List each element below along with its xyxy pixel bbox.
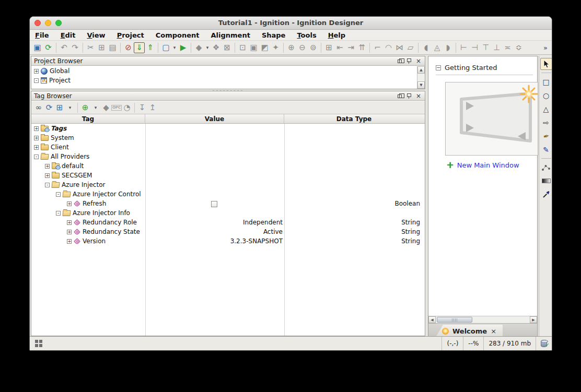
- select-bounds-icon[interactable]: ⊡: [237, 42, 248, 53]
- project-scrollbar[interactable]: ▲ ▼: [417, 66, 425, 89]
- import-tags-icon[interactable]: ↧: [137, 102, 147, 113]
- tag-row-refresh[interactable]: + Refresh Boolean: [31, 199, 425, 208]
- ellipse-tool[interactable]: ○: [540, 89, 552, 101]
- tab-order-up-icon[interactable]: ⇈: [356, 42, 367, 53]
- gradient-tool[interactable]: [540, 175, 552, 187]
- rectangle-tool[interactable]: □: [540, 76, 552, 88]
- save-icon[interactable]: ▣: [32, 42, 43, 53]
- column-header-value[interactable]: Value: [145, 114, 284, 123]
- browse-tags-icon[interactable]: ∞: [33, 102, 44, 113]
- edit-tag-icon[interactable]: ◆: [101, 102, 111, 113]
- cut-icon[interactable]: ✂: [85, 42, 96, 53]
- opc-browse-icon[interactable]: OPC: [111, 102, 122, 113]
- open-window-icon[interactable]: ▢: [160, 42, 171, 53]
- menu-project[interactable]: Project: [117, 31, 144, 39]
- copy-icon[interactable]: ⊞: [96, 42, 107, 53]
- tab-order-prev-icon[interactable]: ⇤: [334, 42, 345, 53]
- arrow-tool[interactable]: ⇨: [540, 116, 552, 128]
- tag-history-icon[interactable]: ◔: [122, 102, 132, 113]
- expander-icon[interactable]: -: [56, 211, 61, 216]
- tag-row-secsgem[interactable]: + SECSGEM: [31, 171, 425, 180]
- center-vertical-icon[interactable]: ≎: [513, 42, 524, 53]
- align-top-icon[interactable]: ⊤: [480, 42, 491, 53]
- scroll-down-icon[interactable]: ▼: [417, 81, 425, 89]
- float-panel-icon[interactable]: [398, 60, 402, 63]
- expander-icon[interactable]: +: [67, 220, 72, 225]
- tag-row-tags[interactable]: + Tags: [31, 124, 425, 133]
- menu-alignment[interactable]: Alignment: [211, 31, 250, 39]
- menu-view[interactable]: View: [87, 31, 106, 39]
- flip-horizontal-icon[interactable]: ⋈: [394, 42, 405, 53]
- tree-item-global[interactable]: + Global: [31, 66, 425, 76]
- new-tag-dropdown-icon[interactable]: ▾: [90, 102, 101, 113]
- gateway-upload-icon[interactable]: ⇑: [145, 42, 156, 53]
- scroll-right-icon[interactable]: ▶: [530, 316, 537, 323]
- tag-browser-header[interactable]: Tag Browser ×: [31, 91, 425, 101]
- expander-icon[interactable]: -: [34, 155, 39, 159]
- select-magic-icon[interactable]: ✦: [270, 42, 281, 53]
- expander-icon[interactable]: +: [34, 126, 39, 131]
- project-browser-header[interactable]: Project Browser ×: [31, 56, 425, 66]
- scroll-left-icon[interactable]: ◀: [428, 316, 436, 323]
- align-left-icon[interactable]: ⊢: [458, 42, 469, 53]
- align-bottom-icon[interactable]: ⊥: [491, 42, 502, 53]
- column-header-tag[interactable]: Tag: [31, 114, 145, 123]
- lock-icon[interactable]: ⊠: [222, 42, 233, 53]
- shape-dropdown-icon[interactable]: ▾: [204, 42, 211, 53]
- tag-row-azure-injector-info[interactable]: - Azure Injector Info: [31, 208, 425, 218]
- window-dropdown-icon[interactable]: ▾: [171, 42, 178, 53]
- tag-row-system[interactable]: + System: [31, 133, 425, 142]
- expander-icon[interactable]: -: [56, 192, 61, 197]
- gateway-download-icon[interactable]: ⇓: [134, 42, 145, 53]
- pin-panel-icon[interactable]: [406, 58, 412, 64]
- export-tags-icon[interactable]: ↥: [147, 102, 158, 113]
- update-project-icon[interactable]: ⟳: [43, 42, 54, 53]
- center-horizontal-icon[interactable]: ≍: [502, 42, 513, 53]
- toolbar-overflow-icon[interactable]: »: [543, 44, 550, 52]
- refresh-tags-icon[interactable]: ⟳: [44, 102, 54, 113]
- align-right-icon[interactable]: ⊣: [469, 42, 480, 53]
- union-icon[interactable]: ◖: [421, 42, 432, 53]
- column-selection-icon[interactable]: ⊞: [54, 102, 65, 113]
- tag-row-azure-injector-control[interactable]: - Azure Injector Control: [31, 189, 425, 199]
- window-grid-icon[interactable]: [35, 340, 38, 343]
- new-main-window-link[interactable]: + New Main Window: [428, 160, 537, 170]
- tag-row-all-providers[interactable]: - All Providers: [31, 152, 425, 161]
- menu-shape[interactable]: Shape: [262, 31, 286, 39]
- subtract-icon[interactable]: ◗: [443, 42, 454, 53]
- menu-component[interactable]: Component: [156, 31, 200, 39]
- skew-icon[interactable]: ▱: [405, 42, 416, 53]
- collapse-section-icon[interactable]: −: [436, 65, 441, 70]
- new-tag-icon[interactable]: ⊕: [80, 102, 90, 113]
- paste-icon[interactable]: ▤: [107, 42, 118, 53]
- value-checkbox[interactable]: [211, 201, 217, 207]
- shape-3d-icon[interactable]: ◆: [193, 42, 204, 53]
- float-panel-icon[interactable]: [398, 94, 402, 98]
- polygon-tool[interactable]: △: [540, 103, 552, 115]
- select-group-icon[interactable]: ▣: [248, 42, 259, 53]
- expander-icon[interactable]: -: [34, 78, 39, 83]
- group-icon[interactable]: ❖: [211, 42, 222, 53]
- eyedropper-tool[interactable]: [540, 188, 552, 200]
- menu-edit[interactable]: Edit: [61, 31, 76, 39]
- close-panel-icon[interactable]: ×: [416, 58, 421, 64]
- close-panel-icon[interactable]: ×: [416, 93, 421, 99]
- tab-welcome[interactable]: Welcome ×: [436, 325, 503, 337]
- expander-icon[interactable]: -: [45, 183, 50, 187]
- scrollbar-thumb[interactable]: [437, 317, 472, 323]
- column-header-datatype[interactable]: Data Type: [284, 114, 424, 123]
- tag-row-redundancy-role[interactable]: + Redundancy Role Independent String: [31, 218, 425, 227]
- tag-row-version[interactable]: + Version 3.2.3-SNAPSHOT String: [31, 236, 425, 246]
- expander-icon[interactable]: +: [34, 69, 39, 74]
- menu-help[interactable]: Help: [328, 31, 345, 39]
- expander-icon[interactable]: +: [67, 201, 72, 206]
- zoom-in-icon[interactable]: ⊕: [286, 42, 297, 53]
- menu-file[interactable]: File: [35, 31, 49, 39]
- welcome-hscrollbar[interactable]: ◀ ▶: [428, 316, 537, 323]
- title-bar[interactable]: Tutorial1 - Ignition - Ignition Designer: [30, 17, 552, 30]
- rotate-corner-icon[interactable]: ⌐: [372, 42, 383, 53]
- expander-icon[interactable]: +: [45, 173, 50, 178]
- status-gateway-cell[interactable]: ✓: [536, 337, 552, 350]
- node-edit-tool[interactable]: [540, 161, 552, 173]
- menu-tools[interactable]: Tools: [297, 31, 316, 39]
